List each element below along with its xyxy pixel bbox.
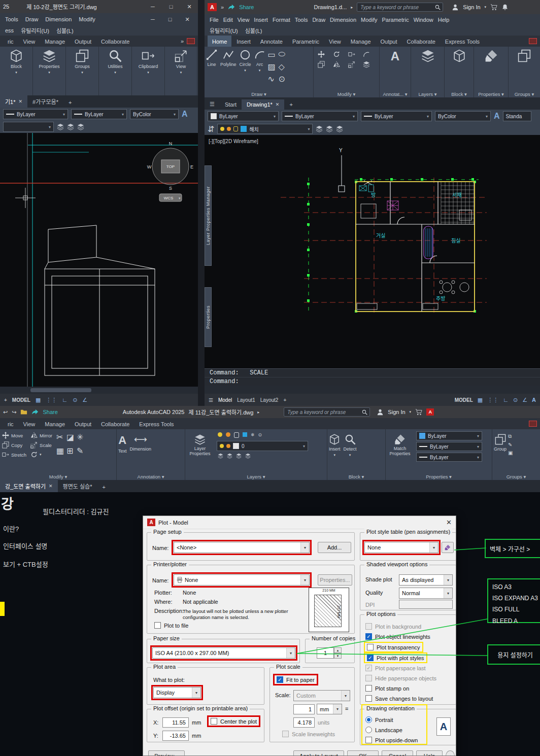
new-tab-button[interactable]: + <box>97 482 111 492</box>
offset-y-field[interactable]: -13.65 <box>162 731 189 741</box>
plot-stamp-on-checkbox[interactable]: Plot stamp on <box>365 685 409 692</box>
linetype-dropdown[interactable]: ByLayer▾ <box>71 109 127 119</box>
layer-stack-icon-2[interactable] <box>67 123 74 130</box>
groups-tool[interactable] <box>509 47 540 62</box>
layer-stack-icon-1[interactable] <box>57 123 64 130</box>
layer-properties-palette-tab[interactable]: Layer Properties Manager <box>205 165 212 266</box>
close-tab-icon[interactable]: ✕ <box>276 102 280 107</box>
layout1-tab[interactable]: Layout1 <box>237 397 255 403</box>
trim-icon[interactable] <box>348 51 355 58</box>
spin-down-icon[interactable]: ▼ <box>334 653 342 659</box>
page-setup-name-dropdown[interactable]: <None>▾ <box>174 542 310 553</box>
search-icon[interactable] <box>435 5 441 10</box>
array-icon[interactable] <box>363 61 370 68</box>
what-to-plot-dropdown[interactable]: Display▾ <box>153 687 201 698</box>
grid-icon[interactable]: ▦ <box>478 397 483 403</box>
layer-dropdown[interactable]: 해치▾ <box>217 124 313 134</box>
polyline-tool[interactable]: Polyline <box>219 47 238 87</box>
layers-tool[interactable] <box>411 47 444 62</box>
arc-tool[interactable]: Arc▾ <box>253 47 267 87</box>
menu-express[interactable]: ess <box>5 27 14 33</box>
menu-dimension[interactable]: Dimension <box>330 17 356 23</box>
menu-draw[interactable]: Draw <box>25 16 39 22</box>
close-tab-icon[interactable]: ✕ <box>49 484 53 489</box>
plot-upside-down-checkbox[interactable]: Plot upside-down <box>365 737 418 743</box>
offset-x-field[interactable]: 11.55 <box>162 717 189 728</box>
ortho-icon[interactable]: ∟ <box>62 397 68 403</box>
left-drawing-canvas[interactable]: TOP N W E S WCS ▾ <box>0 133 198 394</box>
tab-output[interactable]: Output <box>70 36 96 47</box>
share-button[interactable]: Share <box>43 409 57 415</box>
horizontal-scrollbar[interactable] <box>0 387 198 394</box>
trim-tool-icon[interactable]: ✂ <box>56 432 64 444</box>
doc-tab-1[interactable]: 기1* ✕ <box>0 95 27 108</box>
layer-dropdown[interactable]: ▾ <box>3 122 54 132</box>
sign-in-button[interactable]: Sign In <box>463 4 480 10</box>
plot-style-dropdown[interactable]: None▾ <box>364 542 438 553</box>
minimize-button[interactable]: ─ <box>147 4 158 10</box>
new-tab-button[interactable]: + <box>63 97 77 108</box>
menu-modify[interactable]: Modify <box>79 16 95 22</box>
hide-paperspace-objects-checkbox[interactable]: Hide paperspace objects <box>365 675 436 681</box>
new-tab-button[interactable]: + <box>284 99 297 110</box>
move-icon[interactable] <box>318 51 325 58</box>
layer-state-icon-1[interactable] <box>218 453 223 459</box>
layer-properties-tool[interactable]: Layer Properties <box>185 431 215 459</box>
share-button[interactable]: Share <box>239 4 254 10</box>
printer-name-dropdown[interactable]: None▾ <box>174 574 310 586</box>
panel-view[interactable]: View▾ <box>165 47 197 95</box>
save-changes-to-layout-checkbox[interactable]: Save changes to layout <box>365 695 433 702</box>
tab-parametric[interactable]: ric <box>3 36 18 47</box>
search-input[interactable] <box>357 3 443 12</box>
angle-icon[interactable]: ∠ <box>82 397 87 403</box>
copies-spinner[interactable]: 1 ▲▼ <box>317 647 342 659</box>
isolate-icon[interactable]: ⊙ <box>258 432 262 438</box>
status-model-label[interactable]: MODEL <box>455 397 473 403</box>
tab-output[interactable]: Output <box>70 418 96 429</box>
menu-insert[interactable]: Insert <box>254 17 268 23</box>
wcs-button[interactable]: WCS ▾ <box>159 194 182 201</box>
close-tab-icon[interactable]: ✕ <box>19 99 23 104</box>
scale-lineweights-checkbox[interactable]: Scale lineweights <box>282 731 335 737</box>
tab-insert[interactable]: Insert <box>232 36 255 47</box>
signin-caret-icon[interactable]: ▾ <box>485 5 487 9</box>
panel-groups[interactable]: Groups▾ <box>66 47 99 95</box>
color-dropdown[interactable]: ByLayer▾ <box>416 431 482 440</box>
group-edit-icon[interactable]: ✎ <box>508 442 513 448</box>
tab-output[interactable]: Output <box>376 36 402 47</box>
polar-icon[interactable]: ⊙ <box>73 397 77 403</box>
ortho-icon[interactable]: ∟ <box>503 397 509 403</box>
doc-tab-2[interactable]: #가구모음* <box>27 95 63 108</box>
menu-dimension[interactable]: Dimension <box>45 16 72 22</box>
tab-view[interactable]: View <box>19 36 40 47</box>
rotate-icon[interactable] <box>333 51 340 58</box>
insert-tool[interactable]: Insert▾ <box>327 431 342 457</box>
tab-home[interactable]: Home <box>208 36 231 47</box>
layout-menu-icon[interactable]: ☰ <box>209 397 213 403</box>
viewport-controls[interactable]: [-][Top][2D Wireframe] <box>209 139 258 144</box>
quality-dropdown[interactable]: Normal▾ <box>399 588 453 599</box>
app-menu-button[interactable]: A <box>208 3 217 11</box>
sign-in-button[interactable]: Sign In <box>388 409 405 415</box>
ribbon-overflow-icon[interactable]: » <box>181 38 184 44</box>
menu-parametric[interactable]: Parametric <box>382 17 409 23</box>
rotate-tool[interactable]: ▾ <box>28 451 54 459</box>
group-tool[interactable]: Group <box>492 431 508 456</box>
start-tab[interactable]: Start <box>220 99 242 110</box>
tab-collaborate[interactable]: Collaborate <box>96 36 134 47</box>
color-dropdown[interactable]: ByLayer▾ <box>208 111 279 121</box>
erase-tool-icon[interactable]: ◪ <box>66 432 75 444</box>
tab-express-tools[interactable]: Express Tools <box>134 418 178 429</box>
lineweight-dropdown[interactable]: ByColor▾ <box>130 109 179 119</box>
scale-drawing-field[interactable]: 4.178 <box>293 717 315 728</box>
plot-object-lineweights-checkbox[interactable]: Plot object lineweights <box>365 633 430 640</box>
menu-utilities[interactable]: 유틸리티(U) <box>210 26 238 35</box>
drawing1-tab[interactable]: Drawing1* ✕ <box>242 99 284 110</box>
polar-icon[interactable]: ⊙ <box>513 397 518 403</box>
lock-icon[interactable] <box>234 432 239 438</box>
layer-color-icon[interactable] <box>243 432 247 437</box>
preview-button[interactable]: Preview... <box>148 750 185 756</box>
hatch-tool-icon[interactable]: ▨ <box>268 62 276 72</box>
array-tool-icon[interactable]: ▦ <box>56 446 64 458</box>
tab-manage[interactable]: Manage <box>40 36 70 47</box>
